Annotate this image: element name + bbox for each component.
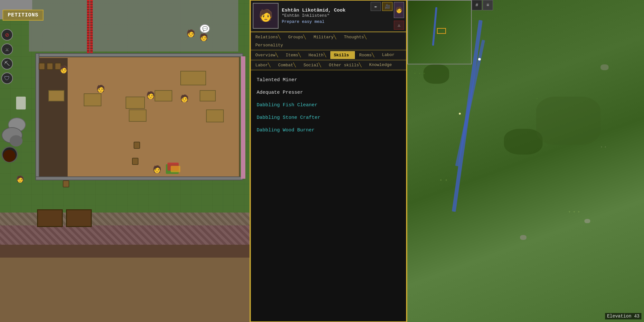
map-controls: # ≡ [472,0,493,10]
camera-icon-btn[interactable]: 🎥 [382,2,393,11]
shield-icon: 🛡 [4,75,10,82]
side-icon-shield[interactable]: 🛡 [1,72,13,84]
skill-dabbling-fish-cleaner: Dabbling Fish Cleaner [257,100,400,110]
portrait-thumbnail: 🧑 [394,2,404,18]
minimap[interactable] [407,0,472,64]
skills-content: Talented Miner Adequate Presser Dabbling… [250,70,407,140]
tab-personality[interactable]: Personality [252,42,287,49]
char-nickname: "Eshtân Inklistens" [282,13,367,18]
map-ctrl-hash[interactable]: # [472,0,482,10]
tab-row-1: Relations╲ Groups╲ Military╲ Thoughts╲ P… [250,32,407,50]
tab-row-3: Labor╲ Combat╲ Social╲ Other skills╲ Kno… [250,60,407,70]
tab-health[interactable]: Health╲ [305,51,330,59]
character-panel: 🧑 Eshtân Likotâmid, Cook "Eshtân Inklist… [250,0,407,322]
game-world: 🧑 🧑 🧑 🧑 🧑 🧑 🧑 🧑 💬 PETITIONS ⊘ ⚔ ⛏ 🛡 [0,0,250,322]
side-icon-ban[interactable]: ⊘ [1,29,13,41]
side-icon-slash[interactable]: ⚔ [1,43,13,55]
pick-icon: ⛏ [4,61,10,67]
minimap-viewport [437,28,446,34]
tab-labor-sub[interactable]: Labor╲ [252,61,274,69]
char-action: Prepare easy meal [282,19,367,24]
tab-items[interactable]: Items╲ [282,51,304,59]
alert-icon-btn[interactable]: ⚠ [394,21,404,30]
tab-skills[interactable]: Skills╲ [330,51,355,59]
map-panel: # ≡ Elevation 43 ✦ ✦ ✦ ✦ ✦ ✦ ✦ ✦ ✦ ✦ ✦ [407,0,644,322]
ban-icon: ⊘ [5,31,9,39]
header-icons: ✒ 🎥 🧑 ⚠ [371,2,404,30]
tab-combat[interactable]: Combat╲ [275,61,299,69]
tab-labor[interactable]: Labor [378,51,398,59]
tab-social[interactable]: Social╲ [300,61,325,69]
quill-icon-btn[interactable]: ✒ [371,2,381,11]
char-portrait: 🧑 [253,3,279,29]
slash-icon: ⚔ [5,46,9,53]
skill-adequate-presser: Adequate Presser [257,88,400,97]
char-header: 🧑 Eshtân Likotâmid, Cook "Eshtân Inklist… [250,0,407,32]
tab-groups[interactable]: Groups╲ [285,33,309,41]
tab-military[interactable]: Military╲ [310,33,340,41]
tab-overview[interactable]: Overview╲ [252,51,281,59]
elevation-label: Elevation 43 [605,313,641,319]
tab-relations[interactable]: Relations╲ [252,33,284,41]
tab-rooms[interactable]: Rooms╲ [355,51,378,59]
skill-talented-miner: Talented Miner [257,75,400,85]
skill-dabbling-wood-burner: Dabbling Wood Burner [257,126,400,135]
tab-thoughts[interactable]: Thoughts╲ [340,33,370,41]
map-ctrl-layers[interactable]: ≡ [483,0,493,10]
skill-dabbling-stone-crafter: Dabbling Stone Crafter [257,113,400,122]
tab-other-skills[interactable]: Other skills╲ [325,61,365,69]
tab-knowledge[interactable]: Knowledge [366,61,395,69]
petitions-button[interactable]: PETITIONS [3,10,43,21]
side-icon-mining[interactable]: ⛏ [1,58,13,70]
char-name: Eshtân Likotâmid, Cook [282,8,367,13]
tab-row-2: Overview╲ Items╲ Health╲ Skills╲ Rooms╲ … [250,50,407,60]
char-info: Eshtân Likotâmid, Cook "Eshtân Inklisten… [282,8,367,24]
